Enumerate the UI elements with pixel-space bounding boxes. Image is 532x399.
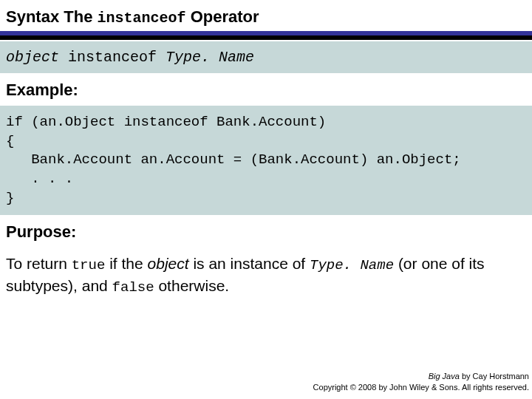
purpose-object: object [148,255,189,272]
example-code: if (an.Object instanceof Bank.Account) {… [6,113,526,208]
purpose-false: false [112,279,154,296]
example-label: Example: [0,73,532,106]
purpose-p1: To return [6,255,72,272]
title-operator: instanceof [97,10,185,27]
footer-copyright: Copyright © 2008 by John Wiley & Sons. A… [313,382,529,393]
footer-book: Big Java [429,372,460,381]
syntax-typename: Type. Name [166,49,254,66]
title-prefix: Syntax The [6,7,97,26]
purpose-true: true [72,257,106,273]
footer-line1: Big Java by Cay Horstmann [313,371,529,382]
title-shadow [0,35,532,40]
slide-title: Syntax The instanceof Operator [0,0,532,31]
syntax-line: object instanceof Type. Name [6,49,526,66]
purpose-p3: is an instance of [189,255,310,272]
purpose-p5: otherwise. [154,277,230,294]
purpose-label: Purpose: [0,215,532,248]
title-suffix: Operator [186,7,259,26]
syntax-keyword: instanceof [59,49,166,66]
purpose-p2: if the [105,255,147,272]
footer: Big Java by Cay Horstmann Copyright © 20… [313,371,529,393]
purpose-text: To return true if the object is an insta… [0,248,532,297]
example-block: if (an.Object instanceof Bank.Account) {… [0,106,532,215]
footer-author: by Cay Horstmann [460,372,529,381]
syntax-object: object [6,49,59,66]
purpose-typename: Type. Name [310,257,394,273]
syntax-block: object instanceof Type. Name [0,41,532,73]
title-heading: Syntax The instanceof Operator [6,7,526,27]
